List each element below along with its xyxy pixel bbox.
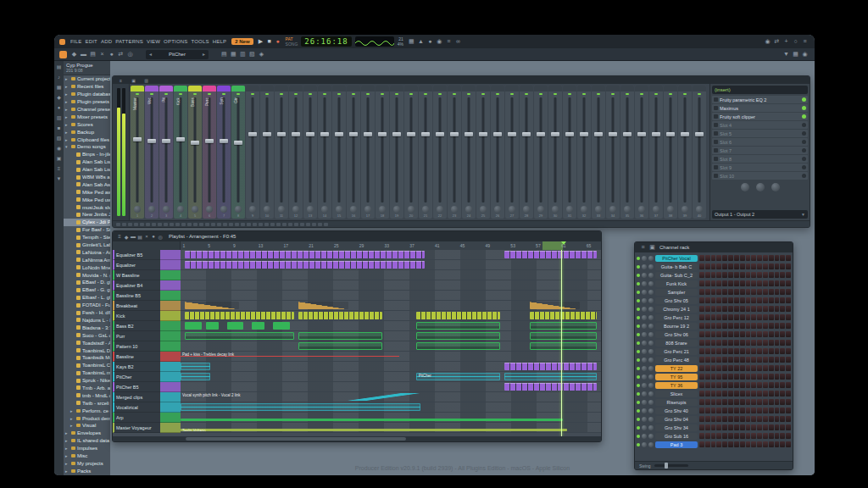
step-cell[interactable] bbox=[786, 382, 791, 388]
step-cell[interactable] bbox=[786, 433, 791, 439]
step-cell[interactable] bbox=[722, 365, 727, 371]
channel-mute-led[interactable] bbox=[637, 308, 640, 311]
step-cell[interactable] bbox=[716, 433, 721, 439]
playlist-track-name-button[interactable]: Bassline B5 bbox=[113, 291, 160, 301]
step-cell[interactable] bbox=[763, 399, 768, 405]
channel-pan-knob[interactable] bbox=[642, 383, 647, 388]
channel-name-button[interactable]: Riserupis bbox=[655, 399, 698, 406]
mute-tool-icon[interactable]: ● bbox=[107, 51, 116, 58]
step-cell[interactable] bbox=[751, 408, 756, 413]
browser-file-item[interactable]: Mike Ped uw Runs bbox=[64, 196, 110, 203]
slot-enable-checkbox[interactable] bbox=[714, 123, 718, 127]
channel-volume-knob[interactable] bbox=[648, 341, 654, 346]
mixer-strip[interactable]: 13 bbox=[303, 86, 317, 219]
fader-handle[interactable] bbox=[335, 132, 343, 136]
mixer-strip-mute-led[interactable] bbox=[193, 93, 197, 95]
channel-volume-knob[interactable] bbox=[648, 366, 654, 371]
step-cell[interactable] bbox=[769, 272, 774, 278]
fader-handle[interactable] bbox=[493, 132, 502, 136]
step-cell[interactable] bbox=[746, 433, 751, 439]
playlist-track-lane[interactable]: PitCher bbox=[181, 372, 601, 382]
step-cell[interactable] bbox=[786, 441, 791, 447]
step-cell[interactable] bbox=[769, 255, 774, 261]
mixer-strip[interactable]: 37 bbox=[649, 86, 663, 219]
mixer-strip-mute-led[interactable] bbox=[309, 93, 312, 95]
step-cell[interactable] bbox=[775, 382, 780, 388]
fader-handle[interactable] bbox=[594, 132, 603, 136]
pattern-color-swatch[interactable] bbox=[59, 51, 67, 58]
browser-file-item[interactable]: For Basf - Stajdum bbox=[64, 226, 110, 234]
mixer-strip[interactable]: 22 bbox=[433, 86, 447, 219]
browser-folder-item[interactable]: ▸Impulses bbox=[64, 445, 110, 452]
step-cell[interactable] bbox=[740, 424, 745, 430]
step-cell[interactable] bbox=[780, 297, 785, 303]
playlist-cut-icon[interactable]: × bbox=[143, 234, 150, 240]
step-cell[interactable] bbox=[763, 365, 768, 371]
step-cell[interactable] bbox=[740, 441, 745, 447]
step-cell[interactable] bbox=[734, 306, 739, 312]
step-cell[interactable] bbox=[763, 357, 768, 363]
browser-file-item[interactable]: LaNinma Aman DdG L bbox=[64, 256, 110, 263]
mixer-strip[interactable]: 26 bbox=[491, 86, 504, 219]
playlist-paint-icon[interactable]: ▤ bbox=[136, 234, 143, 240]
fader-handle[interactable] bbox=[537, 132, 545, 136]
step-cell[interactable] bbox=[780, 374, 785, 380]
step-cell[interactable] bbox=[775, 280, 780, 286]
channel-mute-led[interactable] bbox=[637, 375, 640, 379]
step-cell[interactable] bbox=[786, 280, 791, 286]
step-cell[interactable] bbox=[722, 348, 727, 354]
fader-handle[interactable] bbox=[465, 132, 473, 136]
step-cell[interactable] bbox=[711, 382, 716, 388]
tempo-icon[interactable]: ▼ bbox=[782, 51, 791, 58]
channel-volume-knob[interactable] bbox=[648, 273, 654, 278]
step-cell[interactable] bbox=[740, 391, 745, 396]
fader-handle[interactable] bbox=[652, 132, 660, 136]
channel-name-button[interactable]: Guita- Sub C_2 bbox=[655, 272, 698, 279]
step-cell[interactable] bbox=[699, 408, 704, 413]
browser-window-icon[interactable]: ▧ bbox=[248, 51, 257, 58]
selector-next-icon[interactable]: ► bbox=[199, 52, 209, 57]
step-cell[interactable] bbox=[728, 441, 733, 447]
step-cell[interactable] bbox=[763, 289, 768, 295]
step-cell[interactable] bbox=[786, 348, 791, 354]
browser-file-item[interactable]: New Jimbs Jader Lab bbox=[64, 211, 110, 219]
step-cell[interactable] bbox=[728, 331, 733, 337]
fader-handle[interactable] bbox=[234, 141, 242, 145]
channel-mute-led[interactable] bbox=[637, 316, 640, 319]
step-cell[interactable] bbox=[734, 391, 739, 396]
step-cell[interactable] bbox=[711, 391, 716, 396]
slot-led[interactable] bbox=[802, 114, 806, 119]
step-cell[interactable] bbox=[716, 416, 721, 422]
step-cell[interactable] bbox=[734, 374, 739, 380]
step-cell[interactable] bbox=[751, 255, 756, 261]
mixer-strip-mute-led[interactable] bbox=[510, 93, 514, 95]
browser-file-item[interactable]: Twib - srceli jAd Dmns bbox=[64, 399, 110, 407]
playlist-clip[interactable] bbox=[181, 419, 563, 421]
playlist-clip[interactable] bbox=[206, 322, 219, 330]
step-cell[interactable] bbox=[757, 255, 762, 261]
step-cell[interactable] bbox=[775, 323, 780, 329]
countdown-icon[interactable]: ◉ bbox=[435, 38, 444, 45]
playlist-track-name-button[interactable]: Equalizer B5 bbox=[113, 250, 160, 260]
step-cell[interactable] bbox=[699, 348, 704, 354]
channel-volume-knob[interactable] bbox=[648, 391, 654, 396]
channel-volume-knob[interactable] bbox=[648, 400, 654, 405]
channel-name-button[interactable]: Pad 3 bbox=[655, 441, 698, 448]
channel-volume-knob[interactable] bbox=[648, 358, 654, 363]
step-cell[interactable] bbox=[746, 382, 751, 388]
playlist-clip[interactable] bbox=[416, 322, 500, 330]
step-cell[interactable] bbox=[751, 433, 756, 439]
step-cell[interactable] bbox=[769, 416, 774, 422]
mixer-strip-mute-led[interactable] bbox=[251, 93, 254, 95]
playlist-clip[interactable] bbox=[504, 251, 597, 258]
playlist-track-swatch[interactable] bbox=[160, 413, 181, 423]
playlist-track-swatch[interactable] bbox=[160, 402, 181, 413]
step-cell[interactable] bbox=[763, 340, 768, 346]
step-cell[interactable] bbox=[751, 323, 756, 329]
playlist-menu-icon[interactable]: ≡ bbox=[116, 234, 123, 240]
step-cell[interactable] bbox=[722, 331, 727, 337]
mixer-scroll-strip[interactable] bbox=[113, 220, 810, 227]
step-cell[interactable] bbox=[711, 272, 716, 278]
step-cell[interactable] bbox=[711, 408, 716, 413]
step-cell[interactable] bbox=[722, 357, 727, 363]
